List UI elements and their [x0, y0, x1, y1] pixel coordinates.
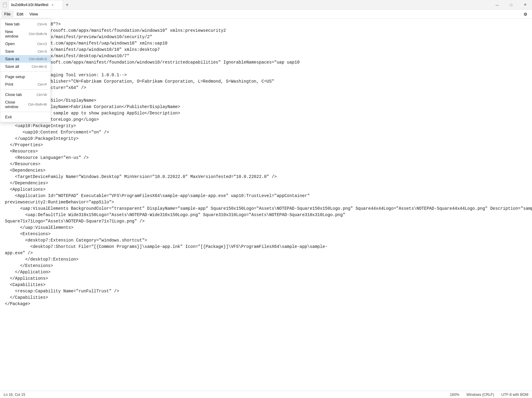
title-bar: bu2xblkv4.b3r.Manifest × + — □ ✕ — [0, 0, 532, 10]
new-tab-button[interactable]: + — [63, 0, 71, 9]
cursor-position: Ln 16, Col 15 — [4, 393, 25, 397]
close-button[interactable]: ✕ — [518, 0, 532, 9]
menu-exit[interactable]: Exit — [0, 113, 51, 121]
menu-page-setup[interactable]: Page setup — [0, 73, 51, 81]
active-tab[interactable]: bu2xblkv4.b3r.Manifest × — [8, 0, 63, 9]
editor-content[interactable]: 0" encoding="utf-8"?> ttp://schemas.micr… — [0, 19, 532, 391]
menu-file[interactable]: File — [1, 11, 14, 18]
menu-new-tab[interactable]: New tab Ctrl+N — [0, 20, 51, 28]
encoding[interactable]: UTF-8 with BOM — [501, 393, 528, 397]
file-dropdown-menu: New tab Ctrl+N New window Ctrl+Shift+N O… — [0, 19, 51, 122]
zoom-level[interactable]: 160% — [450, 393, 459, 397]
tab-label: bu2xblkv4.b3r.Manifest — [11, 3, 48, 7]
settings-button[interactable]: ⚙ — [521, 10, 530, 18]
menu-save[interactable]: Save Ctrl+S — [0, 48, 51, 55]
menu-edit[interactable]: Edit — [14, 11, 26, 18]
menu-open[interactable]: Open Ctrl+O — [0, 40, 51, 48]
separator-1 — [0, 71, 51, 72]
menu-view[interactable]: View — [26, 11, 41, 18]
separator-2 — [0, 89, 51, 90]
menu-save-all[interactable]: Save all Ctrl+Alt+S — [0, 63, 51, 70]
tab-close-button[interactable]: × — [50, 2, 55, 7]
menu-new-window[interactable]: New window Ctrl+Shift+N — [0, 28, 51, 40]
status-bar-right: 160% Windows (CRLF) UTF-8 with BOM — [450, 393, 528, 397]
status-bar: Ln 16, Col 15 160% Windows (CRLF) UTF-8 … — [0, 391, 532, 398]
maximize-button[interactable]: □ — [504, 0, 518, 9]
menu-save-as[interactable]: Save as Ctrl+Shift+S — [0, 55, 51, 63]
menu-bar: File Edit View ⚙ — [0, 10, 532, 19]
app-icon — [2, 2, 7, 7]
line-ending[interactable]: Windows (CRLF) — [466, 393, 494, 397]
editor-area: 0" encoding="utf-8"?> ttp://schemas.micr… — [0, 19, 532, 391]
menu-close-tab[interactable]: Close tab Ctrl+W — [0, 91, 51, 98]
menu-print[interactable]: Print Ctrl+P — [0, 81, 51, 88]
separator-3 — [0, 112, 51, 112]
minimize-button[interactable]: — — [490, 0, 504, 9]
tab-bar: bu2xblkv4.b3r.Manifest × + — [8, 0, 490, 9]
menu-close-window[interactable]: Close window Ctrl+Shift+W — [0, 98, 51, 110]
window-controls: — □ ✕ — [490, 0, 532, 9]
